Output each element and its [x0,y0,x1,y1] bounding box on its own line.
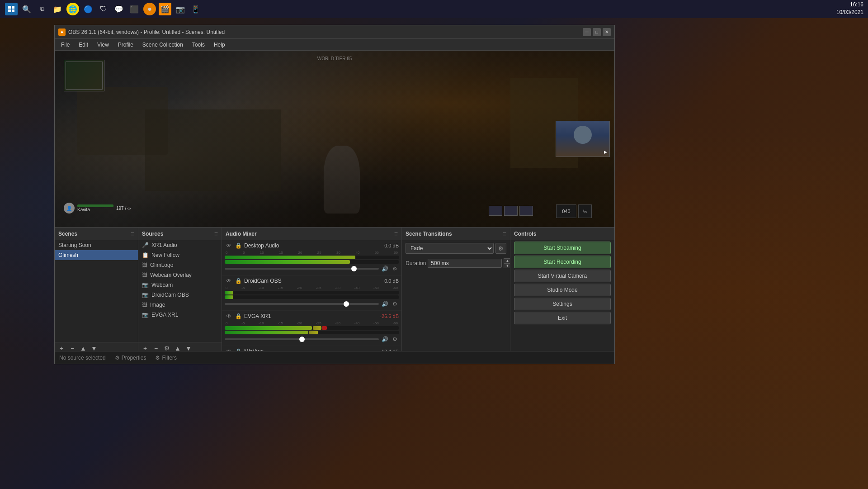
desktop-mute-btn[interactable]: 🔊 [381,265,389,273]
duration-down-btn[interactable]: ▼ [504,263,510,268]
studio-mode-button[interactable]: Studio Mode [514,284,611,296]
start-button[interactable] [5,3,18,15]
duration-arrows: ▲ ▼ [504,258,510,268]
droidcam-lock-btn[interactable]: 🔒 [234,277,242,285]
svg-rect-1 [12,6,14,9]
transitions-menu-icon[interactable]: ≡ [503,230,506,237]
chrome-icon[interactable]: 🌐 [66,3,79,15]
sources-menu-icon[interactable]: ≡ [214,230,218,237]
scene-item-starting-soon[interactable]: Starting Soon [55,240,138,250]
svg-rect-0 [8,6,11,9]
hud-value: 197 / ∞ [116,206,131,211]
duration-input[interactable] [428,259,502,268]
source-text-icon: 📋 [142,252,149,258]
evga-mute-btn[interactable]: 🔊 [381,335,389,343]
transitions-header: Scene Transitions ≡ [402,228,510,240]
folder-icon[interactable]: 📁 [51,3,64,15]
filter-icon: ⚙ [155,355,160,361]
minimize-button[interactable]: ─ [583,28,591,36]
taskbar-time: 16:16 10/03/2021 [836,1,863,16]
evga-meter-2 [225,331,399,334]
transition-type-select[interactable]: Fade [406,243,494,254]
menu-help[interactable]: Help [209,41,230,49]
menu-file[interactable]: File [57,41,74,49]
desktop-gear-btn[interactable]: ⚙ [391,265,399,273]
obs-taskbar-icon[interactable]: ● [143,3,156,15]
source-item-new-follow[interactable]: 📋 New Follow [138,250,222,260]
source-item-glimlogo[interactable]: 🖼 GlimLogo [138,260,222,270]
evga-lock-btn[interactable]: 🔒 [234,312,242,320]
menu-bar: File Edit View Profile Scene Collection … [55,39,614,51]
svg-rect-2 [8,9,11,12]
start-virtual-camera-button[interactable]: Start Virtual Camera [514,270,611,282]
controls-panel: Controls Start Streaming Start Recording… [510,228,614,354]
title-bar: ● OBS 26.1.1 (64-bit, windows) - Profile… [55,25,614,39]
properties-button[interactable]: ⚙ Properties [115,355,146,361]
close-button[interactable]: ✕ [603,28,611,36]
obs-icon: ● [58,28,66,36]
sources-list: 🎤 XR1 Audio 📋 New Follow 🖼 GlimLogo 🖼 We… [138,240,222,342]
scenes-list: Starting Soon Glimesh [55,240,138,342]
task-view-icon[interactable]: ⧉ [36,3,48,15]
menu-tools[interactable]: Tools [188,41,209,49]
source-item-webcam-overlay[interactable]: 🖼 Webcam Overlay [138,270,222,280]
controls-header: Controls [510,228,614,240]
menu-view[interactable]: View [93,41,113,49]
duration-up-btn[interactable]: ▲ [504,258,510,263]
scenes-menu-icon[interactable]: ≡ [131,230,134,237]
source-item-evga[interactable]: 📷 EVGA XR1 [138,310,222,320]
menu-scene-collection[interactable]: Scene Collection [138,41,188,49]
telegram-icon[interactable]: 💬 [113,3,125,15]
minimap [64,60,104,91]
audio-mixer-header: Audio Mixer ≡ [222,228,401,240]
droidcam-slider[interactable] [225,303,379,305]
droidcam-gear-btn[interactable]: ⚙ [391,300,399,308]
source-image-icon-3: 🖼 [142,302,147,308]
scene-item-glimesh[interactable]: Glimesh [55,250,138,260]
defender-icon[interactable]: 🔵 [82,3,94,15]
source-item-xr1audio[interactable]: 🎤 XR1 Audio [138,240,222,250]
shield-icon[interactable]: 🛡 [97,3,110,15]
scenes-panel: Scenes ≡ Starting Soon Glimesh + − ▲ ▼ [55,228,138,354]
source-item-webcam[interactable]: 📷 Webcam [138,280,222,290]
source-image-icon-1: 🖼 [142,262,147,268]
exit-button[interactable]: Exit [514,312,611,324]
controls-content: Start Streaming Start Recording Start Vi… [510,240,614,354]
droidcam-mute-btn[interactable]: 🔊 [381,300,389,308]
desktop-meter [225,256,399,259]
start-streaming-button[interactable]: Start Streaming [514,242,611,254]
audio-menu-icon[interactable]: ≡ [394,230,398,237]
vlc-icon[interactable]: 🎬 [159,3,171,15]
source-item-image[interactable]: 🖼 Image [138,300,222,310]
maximize-button[interactable]: □ [593,28,601,36]
source-droidcam-icon: 📷 [142,292,149,298]
filters-button[interactable]: ⚙ Filters [155,355,177,361]
desktop-eye-btn[interactable]: 👁 [225,242,233,250]
menu-edit[interactable]: Edit [74,41,93,49]
audio-channels: 👁 🔒 Desktop Audio 0.0 dB 0-5-10-15-20-25… [222,240,401,354]
app-icon-1[interactable]: 📷 [174,3,187,15]
transitions-gear-btn[interactable]: ⚙ [495,243,506,254]
start-recording-button[interactable]: Start Recording [514,256,611,268]
audio-channel-evga: 👁 🔒 EVGA XR1 -26.6 dB 0-5-10-15-20-25-30… [222,311,401,346]
panels: Scenes ≡ Starting Soon Glimesh + − ▲ ▼ [55,227,614,354]
audio-channel-desktop: 👁 🔒 Desktop Audio 0.0 dB 0-5-10-15-20-25… [222,240,401,275]
droidcam-eye-btn[interactable]: 👁 [225,277,233,285]
source-item-droidcam[interactable]: 📷 DroidCam OBS [138,290,222,300]
desktop-audio-slider[interactable] [225,268,379,270]
source-capture-icon: 📷 [142,312,149,318]
gear-small-icon: ⚙ [115,355,120,361]
preview-canvas: WORLD TIER 85 ▶ [55,51,614,227]
search-icon[interactable]: 🔍 [20,3,33,15]
menu-profile[interactable]: Profile [113,41,138,49]
app-icon-2[interactable]: 📱 [189,3,202,15]
evga-slider[interactable] [225,338,379,340]
terminal-icon[interactable]: ⬛ [128,3,141,15]
evga-meter [225,326,399,330]
no-source-text: No source selected [59,355,106,361]
settings-button[interactable]: Settings [514,298,611,310]
scenes-header: Scenes ≡ [55,228,138,240]
evga-eye-btn[interactable]: 👁 [225,312,233,320]
evga-gear-btn[interactable]: ⚙ [391,335,399,343]
desktop-lock-btn[interactable]: 🔒 [234,242,242,250]
